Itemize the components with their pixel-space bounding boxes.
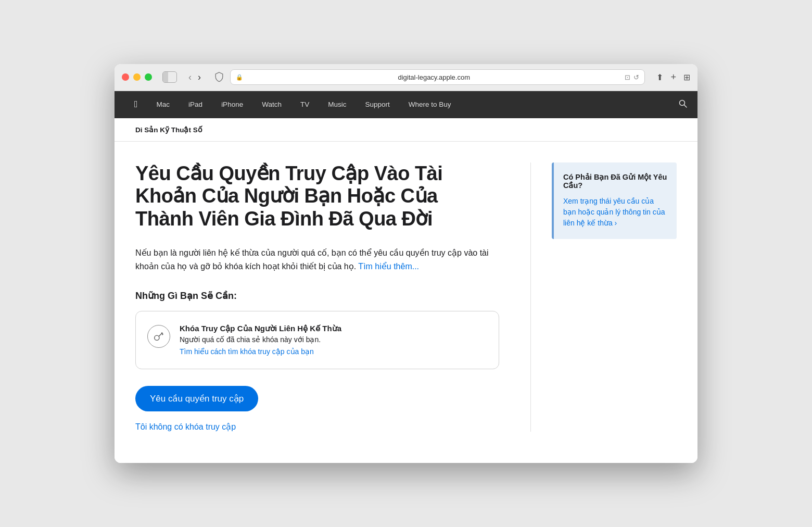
page-title: Yêu Cầu Quyền Truy Cập Vào Tài Khoản Của…: [135, 162, 499, 231]
browser-window: ‹ › 🔒 digital-legacy.apple.com ⊡ ↺ ⬆ + ⊞…: [115, 64, 697, 463]
nav-item-tv[interactable]: TV: [291, 101, 319, 108]
key-icon-wrap: [147, 325, 170, 348]
minimize-button[interactable]: [133, 73, 141, 81]
titlebar-right-buttons: ⬆ + ⊞: [656, 72, 690, 83]
nav-item-iphone[interactable]: iPhone: [212, 101, 252, 108]
no-access-key-link[interactable]: Tôi không có khóa truy cập: [135, 422, 499, 432]
traffic-lights: [122, 73, 152, 81]
nav-item-ipad[interactable]: iPad: [179, 101, 212, 108]
breadcrumb: Di Sản Kỹ Thuật Số: [115, 118, 697, 142]
svg-line-5: [162, 334, 163, 335]
url-bar[interactable]: 🔒 digital-legacy.apple.com ⊡ ↺: [230, 69, 645, 85]
card-text: Khóa Truy Cập Của Người Liên Hệ Kế Thừa …: [180, 324, 341, 356]
access-key-card: Khóa Truy Cập Của Người Liên Hệ Kế Thừa …: [135, 311, 499, 369]
svg-line-1: [684, 105, 687, 107]
refresh-icon[interactable]: ↺: [633, 73, 639, 81]
nav-item-watch[interactable]: Watch: [252, 101, 291, 108]
nav-item-where-to-buy[interactable]: Where to Buy: [399, 101, 461, 108]
new-tab-button[interactable]: +: [670, 72, 676, 83]
titlebar: ‹ › 🔒 digital-legacy.apple.com ⊡ ↺ ⬆ + ⊞: [115, 64, 697, 91]
nav-item-music[interactable]: Music: [319, 101, 356, 108]
content-right: Có Phải Bạn Đã Gửi Một Yêu Cầu? Xem trạn…: [531, 162, 677, 432]
svg-point-2: [155, 336, 159, 341]
close-button[interactable]: [122, 73, 129, 81]
nav-item-mac[interactable]: Mac: [147, 101, 180, 108]
fullscreen-button[interactable]: [145, 73, 152, 81]
card-title: Khóa Truy Cập Của Người Liên Hệ Kế Thừa: [180, 324, 341, 333]
url-text: digital-legacy.apple.com: [246, 73, 621, 81]
back-button[interactable]: ‹: [186, 72, 194, 83]
nav-item-support[interactable]: Support: [356, 101, 399, 108]
sidebar-card-link[interactable]: Xem trạng thái yêu cầu của bạn hoặc quản…: [563, 197, 665, 227]
forward-button[interactable]: ›: [196, 72, 203, 83]
sidebar-card: Có Phải Bạn Đã Gửi Một Yêu Cầu? Xem trạn…: [552, 162, 677, 239]
request-access-button[interactable]: Yêu cầu quyền truy cập: [135, 386, 258, 411]
reader-icon[interactable]: ⊡: [625, 73, 630, 81]
card-link[interactable]: Tìm hiểu cách tìm khóa truy cập của bạn: [180, 347, 314, 356]
section-title: Những Gì Bạn Sẽ Cần:: [135, 290, 499, 302]
card-subtitle: Người quá cố đã chia sẻ khóa này với bạn…: [180, 335, 341, 344]
intro-paragraph: Nếu bạn là người liên hệ kế thừa của ngư…: [135, 246, 499, 274]
tab-overview-button[interactable]: ⊞: [683, 72, 690, 82]
sidebar-card-title: Có Phải Bạn Đã Gửi Một Yêu Cầu?: [563, 173, 667, 190]
main-content: Yêu Cầu Quyền Truy Cập Vào Tài Khoản Của…: [115, 142, 697, 463]
apple-navbar:  Mac iPad iPhone Watch TV Music Support…: [115, 91, 697, 118]
share-button[interactable]: ⬆: [656, 72, 663, 82]
shield-icon: [214, 72, 224, 82]
search-icon[interactable]: [679, 99, 687, 110]
content-left: Yêu Cầu Quyền Truy Cập Vào Tài Khoản Của…: [135, 162, 531, 432]
key-icon: [153, 331, 164, 342]
apple-logo[interactable]: : [125, 99, 147, 110]
sidebar-toggle-button[interactable]: [162, 71, 177, 83]
learn-more-link[interactable]: Tìm hiểu thêm...: [358, 262, 419, 271]
nav-arrows: ‹ ›: [186, 72, 203, 83]
lock-icon: 🔒: [236, 74, 243, 81]
